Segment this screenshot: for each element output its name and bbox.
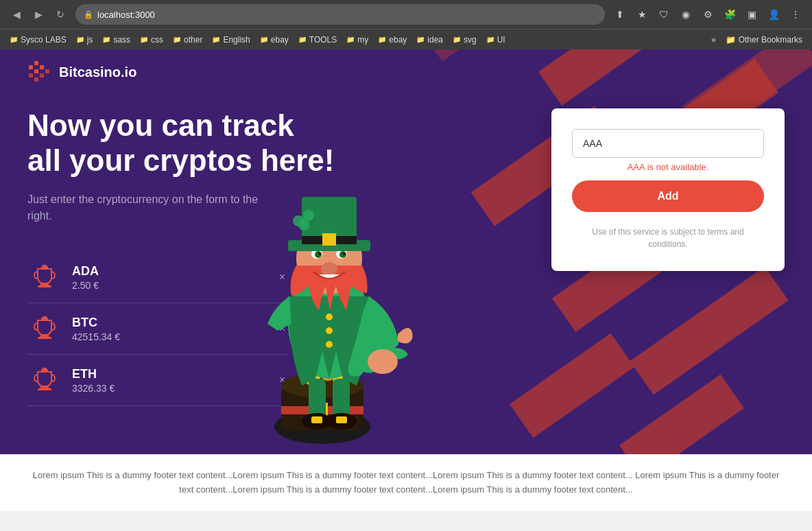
logo-text: Bitcasino.io [59, 64, 136, 80]
folder-icon: 📁 [260, 36, 268, 43]
folder-icon: 📁 [212, 36, 220, 43]
trophy-icon [27, 363, 62, 397]
svg-point-49 [298, 220, 309, 231]
folder-icon: 📁 [726, 35, 736, 45]
folder-icon: 📁 [346, 36, 355, 43]
address-bar[interactable]: 🔒 localhost:3000 [75, 4, 605, 25]
cryptocurrency-code-input[interactable] [572, 129, 764, 158]
svg-rect-2 [34, 69, 38, 73]
lock-icon: 🔒 [84, 10, 93, 19]
svg-rect-3 [40, 65, 44, 69]
bookmark-star-icon[interactable]: ★ [632, 5, 652, 24]
svg-point-36 [321, 262, 337, 276]
bitwarden-icon[interactable]: 🛡 [654, 5, 673, 24]
bookmark-idea[interactable]: 📁 idea [412, 34, 447, 46]
footer-text: Lorem ipsum This is a dummy footer text … [27, 469, 785, 497]
svg-rect-46 [322, 233, 336, 246]
add-button[interactable]: Add [572, 180, 764, 212]
site-logo[interactable]: Bitcasino.io [27, 60, 136, 84]
folder-icon: 📁 [486, 36, 494, 43]
other-bookmarks[interactable]: 📁 Other Bookmarks [721, 34, 807, 46]
form-card: AAA is not available. Add Use of this se… [551, 108, 785, 271]
more-bookmarks-button[interactable]: » [707, 34, 720, 46]
browser-toolbar-icons: ⬆ ★ 🛡 ◉ ⚙ 🧩 ▣ 👤 ⋮ [610, 5, 805, 24]
bookmark-js[interactable]: 📁 js [72, 34, 97, 46]
bookmark-english[interactable]: 📁 English [208, 34, 254, 46]
bookmarks-bar: 📁 Sysco LABS 📁 js 📁 sass 📁 css 📁 other 📁… [0, 29, 812, 49]
site-footer: Lorem ipsum This is a dummy footer text … [0, 454, 812, 511]
more-menu-icon[interactable]: ⋮ [786, 5, 805, 24]
bookmark-label: ebay [271, 35, 289, 45]
bookmark-label: other [184, 35, 202, 45]
profile-circle-icon[interactable]: ◉ [676, 5, 695, 24]
bookmark-svg[interactable]: 📁 svg [449, 34, 481, 46]
browser-chrome: ◀ ▶ ↻ 🔒 localhost:3000 ⬆ ★ 🛡 ◉ ⚙ 🧩 ▣ 👤 ⋮… [0, 0, 812, 49]
settings-icon[interactable]: ⚙ [698, 5, 717, 24]
bookmark-ui[interactable]: 📁 UI [482, 34, 510, 46]
content-area: Now you can track all your cryptos here!… [0, 95, 812, 454]
svg-rect-19 [43, 368, 47, 370]
folder-icon: 📁 [453, 36, 461, 43]
bookmark-label: ebay [389, 35, 407, 45]
account-icon[interactable]: 👤 [764, 5, 783, 24]
bookmark-label: my [357, 35, 368, 45]
bookmark-label: TOOLS [309, 35, 337, 45]
back-button[interactable]: ◀ [7, 5, 26, 24]
character-illustration [213, 159, 446, 454]
bookmark-other[interactable]: 📁 other [169, 34, 206, 46]
bookmark-label: idea [427, 35, 443, 45]
svg-rect-5 [45, 69, 49, 73]
svg-rect-6 [29, 73, 33, 78]
svg-point-34 [326, 341, 333, 348]
nav-buttons: ◀ ▶ ↻ [7, 5, 70, 24]
right-panel: AAA is not available. Add Use of this se… [551, 108, 785, 427]
bookmark-tools[interactable]: 📁 TOOLS [294, 34, 341, 46]
bookmark-label: UI [497, 35, 505, 45]
page-content: Bitcasino.io Now you can track all your … [0, 49, 812, 511]
bookmark-my[interactable]: 📁 my [342, 34, 372, 46]
extensions-icon[interactable]: 🧩 [720, 5, 739, 24]
folder-icon: 📁 [10, 36, 18, 43]
bookmark-syscolabs[interactable]: 📁 Sysco LABS [5, 34, 71, 46]
folder-icon: 📁 [76, 36, 84, 43]
folder-icon: 📁 [298, 36, 307, 43]
svg-rect-56 [336, 416, 347, 423]
svg-rect-15 [43, 316, 47, 318]
bookmark-label: Sysco LABS [21, 35, 67, 45]
bookmark-label: js [87, 35, 93, 45]
bookmark-css[interactable]: 📁 css [136, 34, 167, 46]
error-message: AAA is not available. [572, 162, 764, 172]
folder-icon: 📁 [378, 36, 386, 43]
browser-toolbar: ◀ ▶ ↻ 🔒 localhost:3000 ⬆ ★ 🛡 ◉ ⚙ 🧩 ▣ 👤 ⋮ [0, 0, 812, 29]
bookmark-label: svg [464, 35, 477, 45]
svg-rect-17 [38, 388, 51, 390]
folder-icon: 📁 [140, 36, 148, 43]
bookmark-label: css [151, 35, 163, 45]
svg-point-42 [343, 252, 346, 255]
bookmark-ebay2[interactable]: 📁 ebay [374, 34, 411, 46]
svg-point-48 [303, 210, 314, 221]
svg-rect-13 [38, 337, 51, 339]
svg-rect-7 [34, 78, 38, 82]
forward-button[interactable]: ▶ [29, 5, 48, 24]
folder-icon: 📁 [416, 36, 425, 43]
split-view-icon[interactable]: ▣ [742, 5, 761, 24]
heading-line1: Now you can track [27, 108, 294, 142]
folder-icon: 📁 [102, 36, 110, 43]
svg-rect-1 [34, 61, 38, 65]
bookmark-ebay1[interactable]: 📁 ebay [256, 34, 293, 46]
svg-point-33 [326, 327, 333, 334]
svg-rect-0 [29, 65, 33, 69]
share-icon[interactable]: ⬆ [610, 5, 630, 24]
svg-rect-4 [40, 73, 44, 78]
bookmark-sass[interactable]: 📁 sass [98, 34, 134, 46]
svg-rect-55 [311, 416, 322, 423]
trophy-icon [27, 311, 62, 346]
other-bookmarks-label: Other Bookmarks [739, 35, 802, 45]
logo-icon [27, 60, 52, 84]
svg-point-50 [368, 349, 398, 374]
refresh-button[interactable]: ↻ [51, 5, 70, 24]
bookmark-label: sass [113, 35, 130, 45]
trophy-icon [27, 260, 62, 294]
main-section: Bitcasino.io Now you can track all your … [0, 49, 812, 454]
